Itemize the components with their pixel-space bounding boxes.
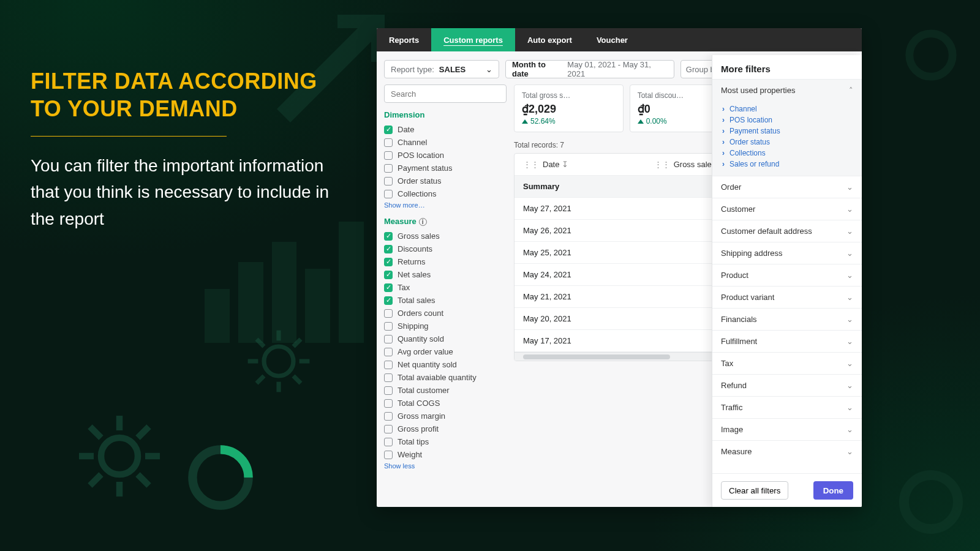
checkbox[interactable] — [384, 335, 393, 343]
filter-group-header[interactable]: Tax ⌄ — [712, 353, 862, 374]
filter-group-label: Tax — [721, 359, 733, 368]
checkbox-item[interactable]: Total tips — [384, 435, 507, 448]
checkbox-item[interactable]: ✓Returns — [384, 255, 507, 268]
checkbox-label: Gross sales — [398, 231, 440, 241]
kpi-delta: 52.64% — [522, 117, 616, 126]
chevron-down-icon: ⌄ — [846, 315, 853, 324]
checkbox[interactable] — [384, 164, 393, 173]
checkbox[interactable] — [384, 399, 393, 408]
checkbox[interactable] — [384, 386, 393, 395]
checkbox[interactable]: ✓ — [384, 271, 393, 279]
checkbox[interactable] — [384, 177, 393, 186]
scrollbar-thumb[interactable] — [523, 354, 670, 359]
checkbox-item[interactable]: POS location — [384, 149, 507, 162]
tab-auto-export[interactable]: Auto export — [515, 28, 584, 51]
checkbox[interactable] — [384, 412, 393, 421]
filter-group-header[interactable]: Product ⌄ — [712, 264, 862, 286]
search-input[interactable] — [384, 84, 507, 103]
checkbox[interactable] — [384, 138, 393, 147]
tab-reports[interactable]: Reports — [377, 28, 431, 51]
checkbox-item[interactable]: Weight — [384, 448, 507, 461]
checkbox[interactable] — [384, 309, 393, 318]
checkbox-item[interactable]: Net quantity sold — [384, 358, 507, 371]
info-icon[interactable]: i — [419, 218, 427, 226]
filter-group-header[interactable]: Shipping address ⌄ — [712, 242, 862, 264]
report-type-select[interactable]: Report type: SALES ⌄ — [384, 60, 499, 78]
checkbox-item[interactable]: Shipping — [384, 320, 507, 332]
checkbox[interactable]: ✓ — [384, 258, 393, 266]
tab-custom-reports[interactable]: Custom reports — [431, 28, 515, 51]
checkbox[interactable] — [384, 425, 393, 433]
checkbox[interactable]: ✓ — [384, 126, 393, 134]
most-used-header[interactable]: Most used properties ˄ — [712, 80, 862, 101]
drag-handle-icon[interactable]: ⋮⋮ — [654, 160, 670, 169]
checkbox-item[interactable]: Avg order value — [384, 345, 507, 358]
filter-group-header[interactable]: Customer default address ⌄ — [712, 220, 862, 242]
drag-handle-icon[interactable]: ⋮⋮ — [523, 160, 539, 169]
checkbox-item[interactable]: Total customer — [384, 384, 507, 397]
checkbox[interactable] — [384, 348, 393, 356]
checkbox[interactable] — [384, 190, 393, 198]
date-range-label: Month to date — [512, 60, 562, 78]
checkbox-item[interactable]: ✓Total sales — [384, 294, 507, 307]
checkbox-item[interactable]: ✓Tax — [384, 281, 507, 294]
checkbox[interactable]: ✓ — [384, 232, 393, 241]
checkbox-item[interactable]: Orders count — [384, 307, 507, 320]
column-header[interactable]: ⋮⋮Date ↧ — [523, 160, 654, 169]
checkbox[interactable]: ✓ — [384, 296, 393, 305]
filter-group-header[interactable]: Customer ⌄ — [712, 198, 862, 220]
checkbox-item[interactable]: Gross profit — [384, 422, 507, 435]
filter-property-link[interactable]: Sales or refund — [722, 159, 852, 170]
filter-group-header[interactable]: Measure ⌄ — [712, 441, 862, 462]
checkbox-label: Orders count — [398, 309, 443, 318]
checkbox-item[interactable]: Collections — [384, 187, 507, 200]
kpi-card[interactable]: Total gross s… ₫2,029 52.64% — [514, 84, 624, 132]
checkbox[interactable]: ✓ — [384, 283, 393, 292]
filter-group-header[interactable]: Order ⌄ — [712, 176, 862, 198]
checkbox-item[interactable]: Order status — [384, 174, 507, 187]
checkbox[interactable]: ✓ — [384, 245, 393, 253]
checkbox-item[interactable]: Gross margin — [384, 410, 507, 422]
kpi-value: ₫2,029 — [522, 102, 616, 116]
done-button[interactable]: Done — [813, 481, 853, 500]
checkbox-label: Net quantity sold — [398, 360, 457, 369]
dimension-show-more[interactable]: Show more… — [384, 201, 425, 209]
search-field[interactable] — [391, 89, 500, 99]
tab-voucher[interactable]: Voucher — [584, 28, 640, 51]
filter-group-header[interactable]: Fulfillment ⌄ — [712, 331, 862, 352]
checkbox-item[interactable]: Total avaiable quantity — [384, 371, 507, 384]
checkbox-item[interactable]: Channel — [384, 136, 507, 149]
checkbox-label: Date — [398, 125, 414, 134]
checkbox-item[interactable]: Total COGS — [384, 397, 507, 410]
checkbox-label: Payment status — [398, 163, 453, 173]
date-range-picker[interactable]: Month to date May 01, 2021 - May 31, 202… — [505, 60, 674, 78]
checkbox-item[interactable]: ✓Net sales — [384, 268, 507, 281]
chevron-down-icon: ⌄ — [846, 403, 853, 412]
filter-property-link[interactable]: POS location — [722, 114, 852, 126]
clear-filters-button[interactable]: Clear all filters — [721, 481, 788, 500]
checkbox[interactable] — [384, 322, 393, 331]
checkbox-item[interactable]: ✓Discounts — [384, 242, 507, 255]
filter-property-link[interactable]: Payment status — [722, 126, 852, 137]
measure-show-less[interactable]: Show less — [384, 462, 415, 470]
checkbox[interactable] — [384, 373, 393, 382]
checkbox-item[interactable]: Quantity sold — [384, 332, 507, 345]
checkbox-item[interactable]: ✓Gross sales — [384, 230, 507, 242]
filter-group-header[interactable]: Refund ⌄ — [712, 375, 862, 396]
table-cell: May 27, 2021 — [523, 204, 654, 213]
filter-property-link[interactable]: Channel — [722, 103, 852, 114]
checkbox[interactable] — [384, 451, 393, 459]
checkbox-item[interactable]: ✓Date — [384, 123, 507, 136]
filter-group-header[interactable]: Product variant ⌄ — [712, 287, 862, 308]
filter-group-header[interactable]: Financials ⌄ — [712, 309, 862, 330]
checkbox[interactable] — [384, 361, 393, 369]
checkbox[interactable] — [384, 151, 393, 160]
filter-group-header[interactable]: Traffic ⌄ — [712, 397, 862, 418]
checkbox-item[interactable]: Payment status — [384, 162, 507, 174]
filter-property-link[interactable]: Collections — [722, 148, 852, 159]
checkbox-label: Discounts — [398, 244, 432, 253]
checkbox-label: Gross margin — [398, 411, 445, 421]
filter-property-link[interactable]: Order status — [722, 137, 852, 148]
filter-group-header[interactable]: Image ⌄ — [712, 419, 862, 440]
checkbox[interactable] — [384, 438, 393, 446]
